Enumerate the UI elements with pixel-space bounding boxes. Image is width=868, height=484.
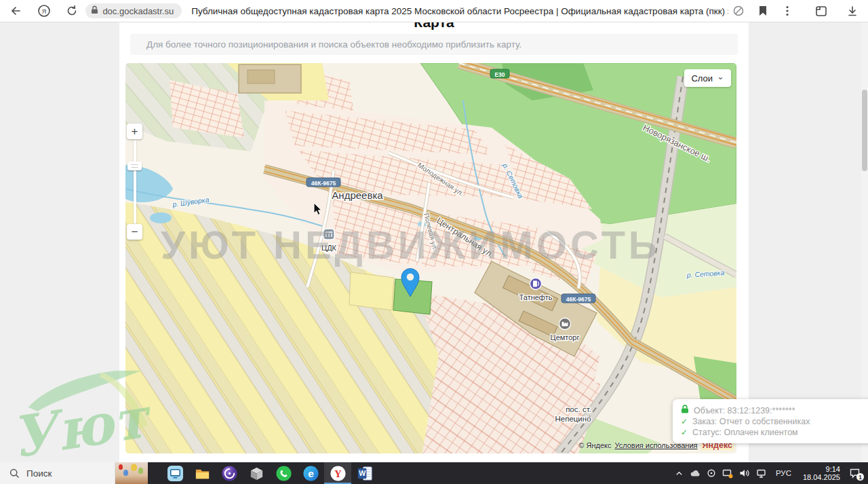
edge-icon[interactable]: e <box>297 462 324 484</box>
address-bar[interactable]: doc.gockadastr.su <box>85 3 182 18</box>
lock-icon <box>91 5 98 17</box>
volume-icon[interactable] <box>739 468 750 478</box>
notif-order-text: Заказ: Отчет о собственниках <box>692 416 810 427</box>
back-button[interactable] <box>5 2 25 20</box>
zoom-out-button[interactable]: − <box>127 224 142 240</box>
road-shield-46k-right: 46К-9675 <box>561 294 595 303</box>
page-title-clipped: Карта <box>119 22 749 31</box>
svg-text:W: W <box>359 469 366 477</box>
svg-text:Y: Y <box>334 468 342 479</box>
content-panel: Карта Для более точного позиционирования… <box>119 22 749 462</box>
bittorrent-icon[interactable] <box>216 462 243 484</box>
display-app-icon[interactable] <box>161 462 189 484</box>
tray-app-icon[interactable] <box>707 468 716 478</box>
reload-button[interactable] <box>62 2 82 20</box>
road-shield-46k-left: 46К-9675 <box>307 178 340 187</box>
svg-text:e: e <box>308 467 314 479</box>
page-title: Карта <box>119 22 749 31</box>
clock-time: 9:14 <box>803 465 840 473</box>
svg-text:46К-9675: 46К-9675 <box>311 180 336 187</box>
profile-icon[interactable]: Я <box>35 2 54 20</box>
lock-green-icon <box>681 405 689 416</box>
url-text: doc.gockadastr.su <box>102 6 174 16</box>
zoom-slider-track[interactable] <box>134 140 136 224</box>
notification-count-badge: 1 <box>856 473 864 481</box>
yandex-browser-icon[interactable]: Y <box>324 462 351 484</box>
site-watermark: УЮТ НЕДВИЖИМОСТЬ <box>161 222 660 267</box>
notif-status-text: Статус: Оплачен клиентом <box>692 427 798 438</box>
check-icon: ✓ <box>681 427 688 438</box>
system-tray: РУС 9:14 18.04.2025 1 <box>675 462 868 484</box>
language-indicator[interactable]: РУС <box>773 469 794 477</box>
svg-text:E30: E30 <box>494 71 505 78</box>
downloads-icon[interactable] <box>842 2 863 20</box>
map-canvas[interactable]: E30 46К-9675 46К-9675 <box>125 63 736 453</box>
browser-toolbar: Я doc.gockadastr.su Публичная общедоступ… <box>0 0 868 22</box>
zoom-in-button[interactable]: + <box>127 124 142 139</box>
taskbar-apps: e Y W <box>161 462 378 484</box>
update-status-icon[interactable] <box>722 468 733 479</box>
onedrive-icon[interactable] <box>690 469 701 477</box>
bookmark-icon[interactable] <box>753 2 773 20</box>
check-icon: ✓ <box>681 416 688 427</box>
page-scrollbar[interactable] <box>861 22 868 462</box>
poi-cemtorg-icon[interactable] <box>559 318 571 330</box>
order-status-popup: × Объект: 83:12:1239:******* ✓ Заказ: От… <box>673 399 868 443</box>
search-icon <box>9 468 20 479</box>
svg-text:46К-9675: 46К-9675 <box>566 296 591 303</box>
notif-object-text: Объект: 83:12:1239:******* <box>694 405 795 416</box>
menu-dots-icon[interactable] <box>777 2 797 20</box>
windows-taskbar: Поиск e Y W <box>0 462 868 484</box>
poi-tatneft-icon[interactable] <box>530 278 542 290</box>
zoom-slider-handle[interactable] <box>127 162 142 170</box>
scrollbar-thumb[interactable] <box>862 90 867 171</box>
search-label: Поиск <box>26 468 52 479</box>
chevron-down-icon: ⌄ <box>717 71 724 81</box>
taskbar-widget-image[interactable] <box>115 462 148 484</box>
box-app-icon[interactable] <box>243 462 270 484</box>
map-label-station-line2: Непецино <box>555 415 591 423</box>
map-label-settlement: Андреевка <box>332 189 383 201</box>
clock[interactable]: 9:14 18.04.2025 <box>800 465 843 481</box>
svg-text:Я: Я <box>42 8 47 15</box>
yandex-copyright: © Яндекс <box>578 441 611 449</box>
word-icon[interactable]: W <box>351 462 378 484</box>
page-tab-title: Публичная общедоступная кадастровая карт… <box>191 6 728 16</box>
whatsapp-icon[interactable] <box>270 462 297 484</box>
network-icon[interactable] <box>756 468 767 478</box>
zoom-notice-banner: Для более точного позиционирования и пои… <box>130 34 738 55</box>
tray-chevron-up-icon[interactable] <box>675 469 684 478</box>
layers-button[interactable]: Слои ⌄ <box>684 69 731 87</box>
map-label-cemtorg: Цемторг <box>551 333 580 341</box>
road-shield-e30: E30 <box>490 69 509 78</box>
protect-icon[interactable] <box>728 2 749 20</box>
clock-date: 18.04.2025 <box>803 473 840 481</box>
tabs-panel-icon[interactable] <box>811 2 831 20</box>
action-center-icon[interactable]: 1 <box>849 468 861 479</box>
map-label-tatneft: Татнефть <box>519 293 553 301</box>
page-background: Карта Для более точного позиционирования… <box>0 22 868 462</box>
file-explorer-icon[interactable] <box>189 462 216 484</box>
map-label-station-line1: пос. ст. <box>566 405 591 413</box>
taskbar-search[interactable]: Поиск <box>0 462 115 484</box>
